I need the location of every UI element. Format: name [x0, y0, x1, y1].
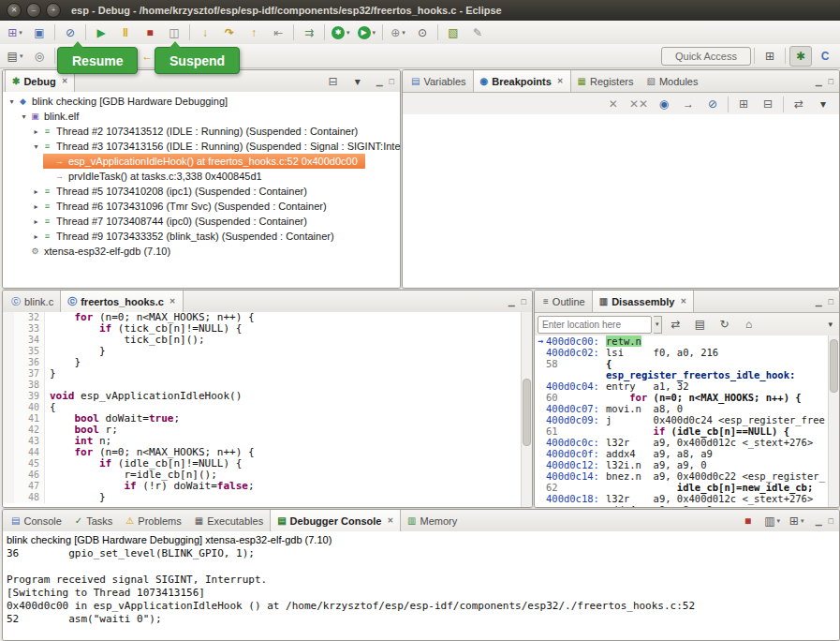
save-icon[interactable]: ▣	[28, 22, 51, 43]
disassembly-line[interactable]: 400d0c12:l32i.n a9, a9, 0	[535, 459, 829, 470]
view-menu-icon[interactable]: ▾	[346, 71, 369, 92]
show-source-icon[interactable]: ▤	[689, 314, 712, 335]
scrollbar-thumb[interactable]	[523, 379, 531, 447]
terminate-icon[interactable]: ■	[139, 22, 161, 43]
tree-toggle-icon[interactable]: ▾	[19, 112, 29, 121]
debug-perspective-icon[interactable]: ✱	[789, 46, 812, 67]
disassembly-line[interactable]: 58{	[535, 358, 829, 369]
skip-all-breakpoints-icon[interactable]: ⊘	[701, 94, 724, 114]
location-input[interactable]	[538, 316, 652, 334]
disassembly-line[interactable]: 60 for (n=0; n<MAX_HOOKS; n++) {	[535, 392, 829, 403]
tree-toggle-icon[interactable]: ▸	[31, 232, 41, 241]
close-tab-icon[interactable]: ✕	[557, 77, 564, 85]
step-into-icon[interactable]: ↓	[194, 22, 216, 43]
tab-tasks[interactable]: ✓Tasks	[68, 510, 120, 531]
tab-disassembly[interactable]: ▥Disassembly✕	[592, 291, 694, 312]
open-perspective-icon[interactable]: ⊞	[759, 46, 781, 67]
close-tab-icon[interactable]: ✕	[169, 297, 176, 306]
maximize-view-icon[interactable]: □	[829, 516, 833, 526]
remove-selected-breakpoints-icon[interactable]: ✕	[602, 94, 625, 114]
minimize-view-icon[interactable]: ▁	[816, 516, 822, 526]
disassembly-line[interactable]: 400d0c14:bnez.n a9, 0x400d0c22 <esp_regi…	[535, 470, 829, 482]
code-line[interactable]: 36 }	[3, 357, 522, 368]
maximize-view-icon[interactable]: □	[829, 77, 833, 86]
tab-memory[interactable]: ▥Memory	[401, 510, 464, 531]
tab-blink-c[interactable]: ⓒblink.c	[5, 291, 60, 312]
tab-registers[interactable]: ▦Registers	[571, 70, 641, 92]
quick-access-button[interactable]: Quick Access	[661, 47, 751, 66]
tab-outline[interactable]: ≡Outline	[537, 291, 592, 312]
code-line[interactable]: 37}	[3, 368, 522, 380]
suspend-icon[interactable]: ‖	[114, 22, 137, 43]
window-maximize-button[interactable]: +	[46, 3, 61, 18]
editor-vertical-scrollbar[interactable]	[521, 312, 532, 507]
tree-toggle-icon[interactable]: ▾	[31, 142, 41, 151]
tab-variables[interactable]: ▤Variables	[405, 70, 473, 92]
open-console-icon[interactable]: ⊞▾	[786, 511, 808, 531]
step-over-icon[interactable]: ↷	[218, 22, 241, 43]
close-tab-icon[interactable]: ✕	[387, 516, 393, 525]
terminate-console-icon[interactable]: ■	[737, 511, 759, 531]
window-minimize-button[interactable]: –	[26, 3, 41, 18]
tab-breakpoints[interactable]: ◉Breakpoints✕	[473, 70, 571, 92]
debug-tree-row[interactable]: ⚙xtensa-esp32-elf-gdb (7.10)	[19, 244, 178, 259]
disconnect-icon[interactable]: ◫	[163, 22, 185, 43]
maximize-view-icon[interactable]: □	[390, 77, 394, 86]
tree-toggle-icon[interactable]: ▸	[31, 217, 41, 226]
search-icon[interactable]: ⊙	[411, 22, 434, 43]
tree-toggle-icon[interactable]: ▸	[31, 127, 41, 136]
location-dropdown-icon[interactable]: ▾	[654, 316, 662, 334]
go-to-file-for-breakpoint-icon[interactable]: →	[677, 94, 700, 114]
tree-toggle-icon[interactable]: ▸	[31, 202, 41, 211]
disassembly-line[interactable]: 400d0c0f:addx4 a9, a8, a9	[535, 448, 829, 459]
debug-tree-row[interactable]: ▾◆blink checking [GDB Hardware Debugging…	[7, 94, 235, 109]
disassembly-line[interactable]: 400d0c02:lsi f0, a0, 216	[535, 347, 829, 358]
view-menu-icon[interactable]: ▾	[812, 94, 834, 114]
debug-tree-row[interactable]: ▸≡Thread #2 1073413512 (IDLE : Running) …	[31, 124, 365, 139]
disassembly-line[interactable]: 400d0c18:l32r a9, 0x400d012c <_stext+276…	[535, 493, 829, 504]
code-line[interactable]: 35 }	[3, 346, 522, 357]
disassembly-line[interactable]: 400d0c09:j 0x400d0c24 <esp_register_free	[535, 414, 829, 425]
debugger-console-output[interactable]: blink checking [GDB Hardware Debugging] …	[3, 531, 839, 640]
cpp-perspective-icon[interactable]: C	[814, 46, 836, 67]
disassembly-content[interactable]: →400d0c00:retw.n400d0c02:lsi f0, a0, 216…	[535, 335, 829, 507]
collapse-all-icon[interactable]: ⊟	[322, 71, 345, 92]
tab-freertos-hooks-c[interactable]: ⓒfreertos_hooks.c✕	[60, 291, 183, 312]
minimize-view-icon[interactable]: ▁	[508, 297, 515, 306]
debug-tree-row[interactable]: →prvIdleTask() at tasks.c:3,338 0x400845…	[43, 169, 270, 184]
code-line[interactable]: 39void esp_vApplicationIdleHook()	[3, 391, 522, 402]
tab-debugger-console[interactable]: ▤Debugger Console✕	[270, 510, 401, 531]
expand-all-icon[interactable]: ⊞	[732, 94, 755, 114]
disassembly-line[interactable]: addx4 a9, a8, a9	[535, 504, 829, 507]
window-close-button[interactable]: ✕	[7, 3, 22, 18]
run-icon[interactable]: ▶▾	[355, 22, 379, 43]
minimize-view-icon[interactable]: ▁	[816, 77, 822, 86]
open-console-icon[interactable]: ▤▾	[4, 46, 26, 67]
new-c-project-icon[interactable]: ▧	[442, 22, 464, 43]
show-breakpoints-supported-icon[interactable]: ◉	[653, 94, 675, 114]
open-element-icon[interactable]: ✎	[466, 22, 489, 43]
code-line[interactable]: 48 }	[3, 492, 522, 503]
debug-tree-row[interactable]: ▸≡Thread #9 1073433352 (blink_task) (Sus…	[31, 229, 342, 244]
sync-with-active-context-icon[interactable]: ⇄	[665, 314, 687, 335]
maximize-view-icon[interactable]: □	[829, 297, 833, 306]
minimize-view-icon[interactable]: ▁	[816, 297, 822, 306]
external-tools-icon[interactable]: ⊕▾	[387, 22, 409, 43]
tab-modules[interactable]: ▧Modules	[640, 70, 704, 92]
pin-editor-icon[interactable]: ◎	[28, 46, 51, 67]
debug-tree-row[interactable]: →esp_vApplicationIdleHook() at freertos_…	[43, 154, 365, 169]
minimize-view-icon[interactable]: ▁	[376, 77, 383, 86]
scrollbar-thumb[interactable]	[830, 339, 838, 393]
resume-icon[interactable]: ▶	[90, 22, 112, 43]
maximize-view-icon[interactable]: □	[522, 297, 526, 306]
debug-tree-row[interactable]: ▸≡Thread #7 1073408744 (ipc0) (Suspended…	[31, 214, 315, 229]
tab-problems[interactable]: ⚠Problems	[119, 510, 187, 531]
disassembly-vertical-scrollbar[interactable]	[828, 335, 839, 507]
skip-all-breakpoints-icon[interactable]: ⊘	[59, 22, 81, 43]
debug-tree-row[interactable]: ▾≡Thread #3 1073413156 (IDLE : Running) …	[31, 139, 400, 154]
remove-all-breakpoints-icon[interactable]: ✕✕	[626, 94, 651, 114]
close-tab-icon[interactable]: ✕	[680, 297, 686, 306]
tab-console[interactable]: ▤Console	[5, 510, 68, 531]
step-return-icon[interactable]: ↑	[243, 22, 265, 43]
debug-tree-row[interactable]: ▾▣blink.elf	[19, 109, 86, 124]
